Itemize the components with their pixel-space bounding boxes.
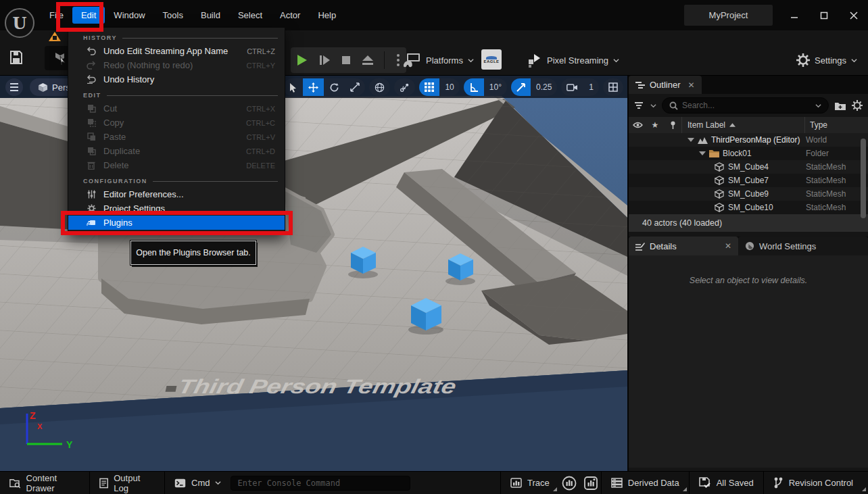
search-icon <box>669 101 678 110</box>
derived-data-button[interactable]: Derived Data <box>602 472 689 494</box>
column-type[interactable]: Type <box>804 117 868 133</box>
menu-build[interactable]: Build <box>192 7 229 24</box>
visibility-column-eye-icon[interactable] <box>629 122 646 128</box>
chevron-down-icon[interactable] <box>650 103 656 109</box>
menu-item-undo[interactable]: Undo Edit Streaming App Name CTRL+Z <box>68 44 285 58</box>
unreal-logo-icon[interactable]: U <box>5 8 34 38</box>
insights-profiler-icon[interactable] <box>562 476 577 491</box>
play-button[interactable] <box>295 53 308 67</box>
maximize-button[interactable] <box>815 7 833 24</box>
world-local-toggle[interactable] <box>369 78 390 96</box>
undo-icon <box>86 47 97 55</box>
scale-snap-value[interactable]: 0.25 <box>531 78 557 96</box>
close-button[interactable] <box>845 7 863 24</box>
angle-snap-icon[interactable] <box>464 78 484 96</box>
menu-item-redo[interactable]: Redo (Nothing to redo) CTRL+Y <box>68 58 285 72</box>
filter-icon[interactable] <box>634 101 645 109</box>
outliner-status-text: 40 actors (40 loaded) <box>629 214 868 232</box>
tab-world-settings[interactable]: World Settings <box>738 237 868 255</box>
outliner-search[interactable] <box>662 97 829 114</box>
eagle-plugin-button[interactable]: EAGLE <box>481 49 502 70</box>
tab-outliner[interactable]: Outliner ✕ <box>629 76 702 94</box>
menu-window[interactable]: Window <box>105 7 153 24</box>
close-icon[interactable]: ✕ <box>722 241 731 251</box>
grid-snap-icon[interactable] <box>419 78 439 96</box>
axis-x-label: X <box>37 422 43 430</box>
favorite-column-star-icon[interactable]: ★ <box>646 120 664 130</box>
menu-actor[interactable]: Actor <box>271 7 309 24</box>
scale-snap-control: 0.25 <box>511 78 557 96</box>
frame-skip-button[interactable] <box>318 53 331 67</box>
static-mesh-icon <box>715 162 724 172</box>
trace-button[interactable]: Trace <box>501 472 559 494</box>
chevron-down-icon[interactable] <box>815 103 821 109</box>
caret-down-icon[interactable] <box>699 151 706 155</box>
redo-icon <box>86 61 97 70</box>
rotation-snap-value[interactable]: 10° <box>484 78 507 96</box>
menu-select[interactable]: Select <box>229 7 271 24</box>
stop-button[interactable] <box>341 55 352 66</box>
save-button[interactable] <box>8 49 24 66</box>
table-row[interactable]: ThirdPersonMap (Editor) World <box>629 133 868 147</box>
play-options-kebab-icon[interactable] <box>394 54 402 66</box>
grid-snap-value[interactable]: 10 <box>439 78 459 96</box>
pin-column-icon[interactable] <box>664 121 681 130</box>
duplicate-icon <box>86 147 97 155</box>
axis-z-label: Z <box>30 410 36 421</box>
column-item-label[interactable]: Item Label <box>681 117 804 133</box>
cmd-selector[interactable]: Cmd <box>165 472 231 494</box>
tab-details[interactable]: Details ✕ <box>629 237 738 255</box>
menu-help[interactable]: Help <box>309 7 345 24</box>
menu-tools[interactable]: Tools <box>154 7 192 24</box>
table-row[interactable]: Block01 Folder <box>629 147 868 160</box>
menu-item-paste[interactable]: Paste CTRL+V <box>68 130 285 144</box>
move-tool-button[interactable] <box>303 78 324 96</box>
derived-data-icon <box>611 478 623 488</box>
search-input[interactable] <box>682 101 811 110</box>
quad-view-button[interactable] <box>603 78 623 96</box>
content-drawer-button[interactable]: Content Drawer <box>0 472 89 494</box>
menu-item-duplicate[interactable]: Duplicate CTRL+D <box>68 144 285 158</box>
settings-button[interactable]: Settings <box>796 47 857 73</box>
select-tool-button[interactable] <box>283 78 303 96</box>
menu-item-copy[interactable]: Copy CTRL+C <box>68 116 285 130</box>
add-folder-icon[interactable] <box>834 101 846 111</box>
menu-item-undo-history[interactable]: Undo History <box>68 72 285 87</box>
stats-profiler-icon[interactable] <box>583 476 598 491</box>
scale-snap-icon[interactable] <box>511 78 531 96</box>
caret-down-icon[interactable] <box>688 138 694 142</box>
outliner-scrollbar[interactable] <box>861 139 866 218</box>
table-row[interactable]: SM_Cube4 StaticMesh <box>629 160 868 174</box>
rotate-tool-button[interactable] <box>324 78 345 96</box>
pixel-streaming-button[interactable]: Pixel Streaming <box>527 47 619 73</box>
surface-snap-button[interactable] <box>394 78 415 96</box>
close-icon[interactable]: ✕ <box>685 80 695 90</box>
folder-icon <box>709 149 719 157</box>
outliner-settings-gear-icon[interactable] <box>852 100 863 111</box>
menu-item-cut[interactable]: Cut CTRL+X <box>68 101 285 116</box>
menu-item-delete[interactable]: Delete DELETE <box>68 158 285 172</box>
play-controls <box>291 47 406 73</box>
camera-speed-value[interactable]: 1 <box>583 78 599 96</box>
menu-item-editor-preferences[interactable]: Editor Preferences... <box>68 187 285 201</box>
copy-icon <box>86 118 97 127</box>
scale-tool-button[interactable] <box>345 78 365 96</box>
eject-button[interactable] <box>361 54 375 66</box>
sliders-icon <box>86 190 97 199</box>
cut-icon <box>86 104 97 113</box>
revision-control-button[interactable]: Revision Control <box>764 472 868 494</box>
platforms-button[interactable]: Platforms <box>404 47 474 73</box>
table-row[interactable]: SM_Cube10 StaticMesh <box>629 201 868 214</box>
camera-speed-icon[interactable] <box>561 78 583 96</box>
all-saved-indicator[interactable]: All Saved <box>690 472 763 494</box>
rotation-snap-control: 10° <box>464 78 507 96</box>
console-command-input[interactable] <box>231 476 410 491</box>
output-log-button[interactable]: Output Log <box>90 472 164 494</box>
table-row[interactable]: SM_Cube7 StaticMesh <box>629 174 868 187</box>
viewport-menu-icon[interactable] <box>5 78 23 96</box>
transform-tools <box>283 78 365 96</box>
paste-icon <box>86 132 97 141</box>
table-row[interactable]: SM_Cube9 StaticMesh <box>629 187 868 201</box>
minimize-button[interactable] <box>786 7 803 24</box>
trace-icon <box>510 478 522 488</box>
